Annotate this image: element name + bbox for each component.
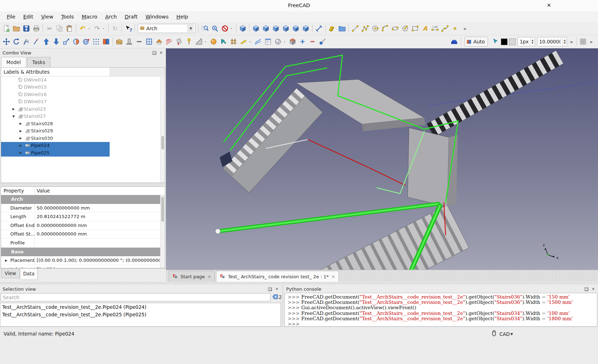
draft-line-button[interactable] (350, 23, 360, 33)
menu-edit[interactable]: Edit (19, 11, 37, 22)
upgrade-button[interactable] (41, 37, 51, 47)
menu-windows[interactable]: Windows (142, 11, 173, 22)
draft-rectangle-button[interactable] (410, 23, 420, 33)
float-panel-icon[interactable] (152, 51, 157, 55)
tree-item-pipe024[interactable]: ▶Pipe024 (1, 142, 161, 149)
close-panel-icon[interactable]: ✕ (274, 287, 279, 291)
property-value[interactable]: 0.000000000000 mm (37, 223, 160, 228)
tree-item-dwire014[interactable]: DWire014 (1, 76, 161, 84)
view-front-button[interactable] (251, 23, 261, 33)
document-tab-start-page[interactable]: FStart page✕ (169, 271, 215, 282)
arch-wall-button[interactable] (114, 37, 124, 47)
undo-dropdown[interactable]: ▾ (88, 23, 92, 33)
menu-view[interactable]: View (37, 11, 57, 22)
property-value[interactable]: 20.810241522772 m (37, 214, 160, 219)
arch-nest-button[interactable] (253, 37, 263, 47)
expand-icon[interactable]: ▶ (5, 259, 7, 262)
arch-schedule-button[interactable] (263, 37, 273, 47)
view-left-button[interactable] (301, 23, 311, 33)
tree-item-dwire017[interactable]: DWire017 (1, 98, 161, 106)
tree-item-stairs027[interactable]: ▼Stairs027 (1, 113, 161, 120)
redo-dropdown[interactable]: ▾ (102, 23, 107, 33)
expand-icon[interactable]: ▶ (19, 129, 22, 133)
arch-reference-button[interactable] (184, 37, 194, 47)
draft-polygon-button[interactable] (400, 23, 410, 33)
draft-circle-button[interactable] (370, 23, 380, 33)
tree-scrollbar[interactable] (160, 76, 165, 183)
toolbar-overflow[interactable]: » (568, 39, 575, 44)
view-bottom-button[interactable] (291, 23, 301, 33)
move-button[interactable] (1, 37, 11, 47)
selection-list-item[interactable]: Test__ArchStairs__code_revision_test__2e… (0, 311, 280, 318)
arch-space-button[interactable] (209, 37, 219, 47)
navigation-style-selector[interactable]: CAD ▼ (491, 329, 513, 338)
view-isometric-button[interactable] (238, 23, 248, 33)
line-width-spinner[interactable]: 1px▲▼ (518, 37, 535, 46)
group-button[interactable] (337, 23, 347, 33)
expand-icon[interactable]: ▶ (19, 144, 22, 147)
property-value[interactable]: Pipe024 (37, 267, 160, 268)
draft-point-button[interactable] (450, 23, 460, 33)
zoom-selection-button[interactable] (210, 23, 220, 33)
arch-window-button[interactable] (144, 37, 154, 47)
open-document-button[interactable] (11, 23, 21, 33)
tree-item-stairs028[interactable]: ▶Stairs028 (1, 120, 161, 127)
expand-icon[interactable]: ▶ (19, 136, 22, 140)
expand-icon[interactable]: ▶ (19, 122, 22, 125)
menu-arch[interactable]: Arch (101, 11, 121, 22)
menu-file[interactable]: File (3, 11, 19, 22)
arch-frame-button[interactable] (229, 37, 238, 47)
view-rear-button[interactable] (281, 23, 291, 33)
whats-this-button[interactable]: ? (123, 23, 133, 33)
draw-style-dropdown[interactable]: ▾ (230, 23, 235, 33)
tree-item-stairs023[interactable]: ▶Stairs023 (1, 105, 161, 113)
tree-item-stairs030[interactable]: ▶Stairs030 (1, 134, 161, 142)
rotate-button[interactable] (11, 37, 21, 47)
arch-panel-dropdown[interactable]: ▾ (248, 37, 253, 47)
downgrade-button[interactable] (51, 37, 61, 47)
close-panel-icon[interactable]: ✕ (159, 51, 163, 55)
offset-button[interactable] (21, 37, 31, 47)
toggle-mode-button[interactable] (101, 37, 111, 47)
float-panel-icon[interactable] (584, 287, 589, 291)
window-close-icon[interactable]: ✕ (547, 2, 551, 9)
arch-section-plane-button[interactable] (174, 37, 184, 47)
menu-draft[interactable]: Draft (121, 11, 142, 22)
collapse-icon[interactable]: ▼ (12, 115, 15, 118)
paste-button[interactable] (64, 23, 74, 33)
draft-text-button[interactable]: A (420, 23, 430, 33)
arch-material-dropdown[interactable]: ▾ (283, 37, 288, 47)
arch-survey-button[interactable] (318, 37, 327, 47)
property-scrollbar[interactable] (160, 195, 165, 268)
property-value[interactable]: 0.000000000000 mm (37, 231, 160, 237)
dock-separator[interactable] (0, 282, 598, 285)
save-document-button[interactable] (21, 23, 31, 33)
property-label[interactable]: LabelPipe024 (1, 265, 161, 268)
undo-button[interactable]: ↶ (78, 23, 88, 33)
tab-view[interactable]: View (1, 269, 20, 278)
draft-dimension-button[interactable]: 1.00 (430, 23, 440, 33)
working-plane-auto-button[interactable]: Auto (465, 37, 488, 47)
python-console-body[interactable]: >>> FreeCAD.getDocument("Test__ArchStair… (284, 293, 597, 327)
property-profile[interactable]: Profile (1, 239, 161, 248)
refresh-button[interactable]: ↻ (110, 23, 120, 33)
property-offset-end[interactable]: Offset End0.000000000000 mm (1, 221, 161, 230)
copy-button[interactable] (54, 23, 64, 33)
grid-spacing-spinner[interactable]: 10.0000(▲▼ (537, 37, 567, 46)
tree-item-stairs029[interactable]: ▶Stairs029 (1, 127, 161, 135)
view-right-button[interactable] (271, 23, 281, 33)
arch-remove-component-button[interactable] (308, 37, 318, 47)
property-group-arch[interactable]: Arch (1, 195, 161, 204)
snap-grid-button[interactable] (91, 37, 101, 47)
property-value[interactable]: 50.000000000000 mm (37, 205, 160, 211)
arch-material-button[interactable] (273, 37, 283, 47)
draw-style-button[interactable] (220, 23, 230, 33)
new-document-button[interactable] (1, 23, 11, 33)
panel-splitter[interactable] (0, 183, 166, 186)
line-color-swatch[interactable] (501, 38, 508, 45)
menu-macro[interactable]: Macro (78, 11, 101, 22)
toolbar-overflow-button[interactable]: » (460, 23, 470, 33)
close-panel-icon[interactable]: ✕ (591, 287, 596, 291)
building-part-button[interactable] (327, 23, 337, 33)
draft-arc-button[interactable] (380, 23, 390, 33)
